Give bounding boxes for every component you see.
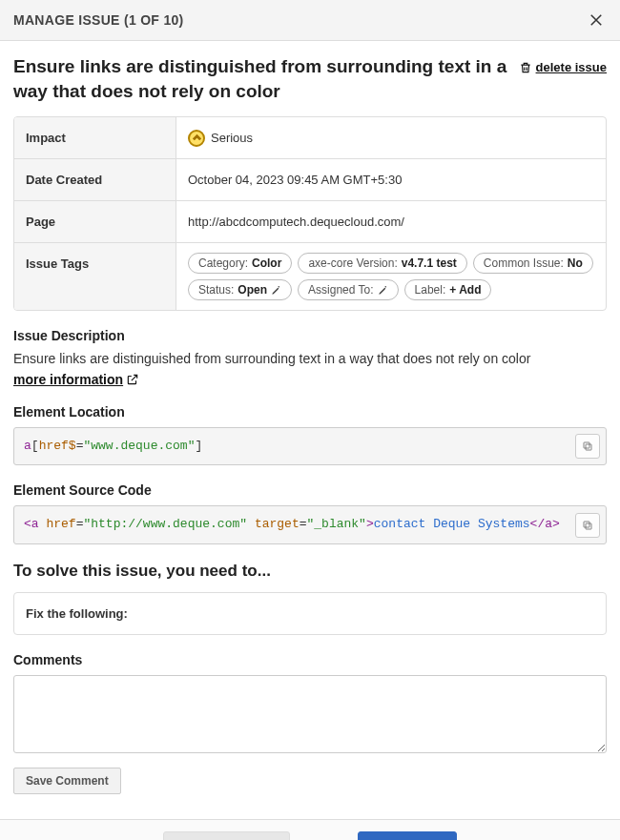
page-value: http://abcdcomputech.dequecloud.com/ xyxy=(176,201,606,242)
issue-description-section: Issue Description Ensure links are disti… xyxy=(13,328,607,387)
impact-value: Serious xyxy=(176,117,606,158)
element-location-section: Element Location a[href$="www.deque.com"… xyxy=(13,404,607,465)
page-label: Page xyxy=(14,201,176,242)
serious-icon xyxy=(188,130,205,147)
element-source-heading: Element Source Code xyxy=(13,482,607,498)
save-comment-button[interactable]: Save Comment xyxy=(13,768,121,794)
tag-common-issue[interactable]: Common Issue: No xyxy=(473,253,593,274)
trash-icon xyxy=(519,61,532,74)
date-created-value: October 04, 2023 09:45 AM GMT+5:30 xyxy=(176,159,606,200)
issue-info-table: Impact Serious Date Created October 04, … xyxy=(13,116,607,311)
issue-tags-label: Issue Tags xyxy=(14,243,176,310)
svg-rect-1 xyxy=(584,442,589,448)
dialog-footer: Previous Issue 1 of 10 Next Issue xyxy=(0,819,620,840)
element-source-section: Element Source Code <a href="http://www.… xyxy=(13,482,607,543)
issue-title: Ensure links are distinguished from surr… xyxy=(13,54,507,103)
element-location-heading: Element Location xyxy=(13,404,607,420)
copy-location-button[interactable] xyxy=(575,434,600,459)
pencil-icon xyxy=(378,285,388,296)
tag-assigned-to[interactable]: Assigned To: xyxy=(298,279,399,300)
impact-label: Impact xyxy=(14,117,176,158)
tag-category[interactable]: Category: Color xyxy=(188,253,292,274)
issue-tags-value: Category: Color axe-core Version: v4.7.1… xyxy=(176,243,606,310)
fix-the-following-box: Fix the following: xyxy=(13,592,607,635)
element-source-code: <a href="http://www.deque.com" target="_… xyxy=(13,505,607,543)
dialog-header: MANAGE ISSUE (1 OF 10) xyxy=(0,0,620,41)
comments-heading: Comments xyxy=(13,652,607,667)
svg-rect-0 xyxy=(586,444,591,450)
dialog-title: MANAGE ISSUE (1 OF 10) xyxy=(13,12,184,28)
issue-description-heading: Issue Description xyxy=(13,328,607,343)
close-button[interactable] xyxy=(586,10,607,31)
copy-icon xyxy=(582,440,593,453)
dialog-content: Ensure links are distinguished from surr… xyxy=(0,41,620,802)
svg-rect-2 xyxy=(586,523,591,529)
solve-section: To solve this issue, you need to... Fix … xyxy=(13,562,607,635)
impact-text: Serious xyxy=(211,131,253,145)
copy-icon xyxy=(582,519,593,532)
svg-rect-3 xyxy=(584,522,589,527)
copy-source-button[interactable] xyxy=(575,513,600,538)
external-link-icon xyxy=(126,373,139,386)
pencil-icon xyxy=(271,285,281,296)
next-issue-button[interactable]: Next Issue xyxy=(358,831,457,840)
delete-issue-button[interactable]: delete issue xyxy=(519,60,607,74)
more-information-link[interactable]: more information xyxy=(13,372,139,387)
comments-textarea[interactable] xyxy=(13,675,607,753)
issue-description-text: Ensure links are distinguished from surr… xyxy=(13,351,607,366)
tag-label-add[interactable]: Label: + Add xyxy=(404,279,492,300)
comments-section: Comments Save Comment xyxy=(13,652,607,802)
tag-axecore-version[interactable]: axe-core Version: v4.7.1 test xyxy=(298,253,466,274)
close-icon xyxy=(588,11,605,29)
delete-issue-label: delete issue xyxy=(536,60,607,74)
previous-issue-button: Previous Issue xyxy=(163,831,290,840)
element-location-code: a[href$="www.deque.com"] xyxy=(13,427,607,465)
tag-status[interactable]: Status: Open xyxy=(188,279,292,300)
date-created-label: Date Created xyxy=(14,159,176,200)
solve-heading: To solve this issue, you need to... xyxy=(13,562,607,581)
